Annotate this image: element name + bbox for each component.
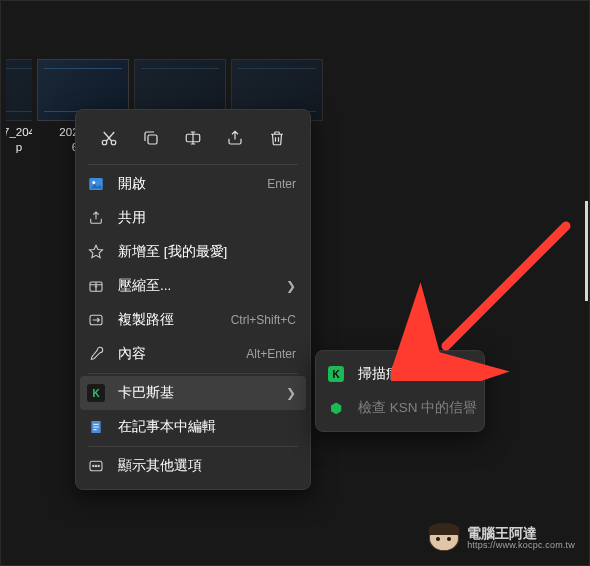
watermark-logo [427, 523, 461, 553]
separator [88, 446, 298, 447]
archive-icon [86, 276, 106, 296]
submenu-scan-virus[interactable]: K 掃描病毒 [320, 357, 480, 391]
svg-point-5 [92, 181, 95, 184]
notepad-icon [86, 417, 106, 437]
thumbnail-label: 7_204 p [6, 125, 32, 155]
copy-icon[interactable] [135, 122, 167, 154]
menu-label: 在記事本中編輯 [118, 418, 296, 436]
menu-share[interactable]: 共用 [80, 201, 306, 235]
rename-icon[interactable] [177, 122, 209, 154]
menu-label: 共用 [118, 209, 296, 227]
share-icon[interactable] [219, 122, 251, 154]
separator [88, 164, 298, 165]
menu-label: 內容 [118, 345, 234, 363]
wrench-icon [86, 344, 106, 364]
kaspersky-submenu: K 掃描病毒 ⬢ 檢查 KSN 中的信譽 [315, 350, 485, 432]
menu-kaspersky[interactable]: K 卡巴斯基 ❯ [80, 376, 306, 410]
menu-shortcut: Enter [267, 177, 296, 191]
svg-point-10 [93, 465, 94, 466]
svg-point-11 [95, 465, 96, 466]
menu-label: 開啟 [118, 175, 255, 193]
menu-shortcut: Alt+Enter [246, 347, 296, 361]
menu-shortcut: Ctrl+Shift+C [231, 313, 296, 327]
kaspersky-icon: K [86, 383, 106, 403]
menu-open[interactable]: 開啟 Enter [80, 167, 306, 201]
submenu-check-ksn[interactable]: ⬢ 檢查 KSN 中的信譽 [320, 391, 480, 425]
watermark-title: 電腦王阿達 [467, 526, 575, 541]
svg-point-0 [102, 140, 107, 145]
cut-icon[interactable] [93, 122, 125, 154]
reputation-icon: ⬢ [326, 398, 346, 418]
menu-compress[interactable]: 壓縮至... ❯ [80, 269, 306, 303]
menu-copy-path[interactable]: 複製路徑 Ctrl+Shift+C [80, 303, 306, 337]
watermark-url: https://www.kocpc.com.tw [467, 541, 575, 550]
submenu-label: 掃描病毒 [358, 365, 470, 383]
menu-label: 新增至 [我的最愛] [118, 243, 296, 261]
menu-notepad[interactable]: 在記事本中編輯 [80, 410, 306, 444]
share-icon [86, 208, 106, 228]
menu-label: 顯示其他選項 [118, 457, 296, 475]
svg-point-12 [98, 465, 99, 466]
menu-more-options[interactable]: 顯示其他選項 [80, 449, 306, 483]
image-icon [86, 174, 106, 194]
more-icon [86, 456, 106, 476]
thumbnail-partial[interactable]: 7_204 p [6, 59, 32, 155]
separator [88, 373, 298, 374]
scrollbar-edge [585, 201, 588, 301]
quick-actions [80, 116, 306, 162]
delete-icon[interactable] [261, 122, 293, 154]
submenu-label: 檢查 KSN 中的信譽 [358, 399, 477, 417]
menu-label: 複製路徑 [118, 311, 219, 329]
svg-rect-2 [148, 135, 157, 144]
watermark: 電腦王阿達 https://www.kocpc.com.tw [427, 523, 575, 553]
scan-icon: K [326, 364, 346, 384]
menu-properties[interactable]: 內容 Alt+Enter [80, 337, 306, 371]
path-icon [86, 310, 106, 330]
chevron-right-icon: ❯ [286, 386, 296, 400]
svg-point-1 [111, 140, 116, 145]
context-menu: 開啟 Enter 共用 新增至 [我的最愛] 壓縮至... ❯ 複製路徑 Ctr… [75, 109, 311, 490]
svg-line-13 [446, 226, 566, 346]
star-icon [86, 242, 106, 262]
menu-favorites[interactable]: 新增至 [我的最愛] [80, 235, 306, 269]
menu-label: 卡巴斯基 [118, 384, 274, 402]
menu-label: 壓縮至... [118, 277, 274, 295]
chevron-right-icon: ❯ [286, 279, 296, 293]
